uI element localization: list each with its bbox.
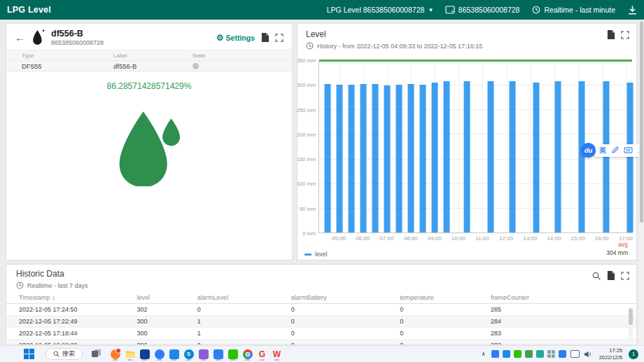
app-purple-shield[interactable] [198, 348, 209, 361]
table-cell: 285 [491, 306, 624, 313]
fullscreen-icon[interactable] [621, 31, 629, 39]
fullscreen-icon[interactable] [275, 34, 284, 42]
table-cell: 300 [136, 318, 197, 325]
tray-grid-app[interactable] [547, 350, 555, 358]
ime-floating-toolbar: du 英 [581, 143, 644, 158]
table-cell: 2022-12-05 17:18:44 [19, 330, 136, 337]
tray-edge[interactable] [503, 350, 510, 358]
taskbar-clock[interactable]: 17:25 2022/12/5 [599, 347, 622, 361]
level-bar [384, 85, 391, 232]
settings-button[interactable]: ⚙ Settings [216, 34, 255, 42]
device-titles: df556-B 865385060008728 [51, 29, 104, 46]
notification-badge[interactable]: 1 [629, 349, 638, 359]
level-card-actions [607, 30, 629, 39]
col-framecounter[interactable]: frameCounter [491, 294, 624, 301]
app-blue-meeting[interactable] [213, 348, 223, 361]
tray-teal-app[interactable] [536, 350, 544, 358]
taskbar-search[interactable]: 搜索 [46, 348, 83, 360]
topbar-right: LPG Level 865385060008728 ▾ 865385060008… [327, 6, 637, 15]
y-tick-label: 150 mm [297, 156, 316, 162]
search-icon [53, 351, 59, 357]
start-button[interactable] [24, 349, 34, 359]
back-button[interactable]: ← [15, 32, 25, 43]
scrollbar-thumb[interactable] [640, 21, 643, 223]
file-explorer[interactable] [125, 348, 135, 361]
tray-wechat[interactable] [514, 350, 522, 358]
level-bar [324, 84, 330, 232]
tray-blue-app[interactable] [559, 350, 566, 358]
level-bar [555, 81, 561, 232]
skype[interactable]: S [183, 348, 194, 361]
device-id-chip[interactable]: 865385060008728 [445, 6, 520, 14]
input-method-indicator[interactable] [570, 350, 580, 358]
col-level[interactable]: level [136, 294, 197, 301]
page-scrollbar[interactable] [639, 20, 644, 345]
export-file-icon[interactable] [607, 30, 615, 39]
max-threshold-line [319, 60, 632, 62]
settings-label: Settings [226, 34, 255, 42]
historic-realtime-label: Realtime - last 7 days [27, 282, 88, 289]
table-cell: 1 [197, 330, 291, 337]
clock-icon [306, 42, 314, 50]
export-file-icon[interactable] [607, 271, 615, 280]
col-temperature[interactable]: temperature [400, 294, 491, 301]
level-bar [444, 81, 450, 232]
search-icon[interactable] [592, 272, 601, 280]
table-cell: 0 [400, 306, 491, 313]
scrollbar-thumb[interactable] [629, 308, 633, 325]
level-bar [349, 85, 355, 232]
wps-office[interactable]: W [272, 348, 282, 361]
y-tick-label: 350 mm [297, 57, 316, 64]
browser-g-icon: G [258, 349, 267, 359]
table-row: 2022-12-05 16:22:22306000282 [6, 340, 636, 345]
tray-green-sync[interactable] [525, 350, 533, 358]
col-alarmlevel[interactable]: alarmLevel [197, 294, 291, 301]
level-bar [396, 85, 402, 232]
chrome[interactable] [242, 348, 253, 361]
clock-time: 17:25 [599, 347, 622, 354]
history-range: History - from 2022-12-05 04:09:33 to 20… [306, 42, 628, 50]
system-tray: ∧ 17:25 2022/12/5 1 [482, 347, 638, 361]
search-label: 搜索 [62, 349, 75, 358]
historic-realtime-range: Realtime - last 7 days [16, 281, 626, 289]
download-icon[interactable] [628, 6, 637, 15]
app-360-browser[interactable] [110, 348, 120, 361]
device-table-row: DF555 df556-B [6, 60, 292, 71]
historic-table-scrollbar[interactable] [629, 308, 633, 342]
ime-language-button[interactable]: 英 [599, 146, 606, 155]
tray-app-blue[interactable] [491, 350, 499, 358]
device-card: ← df556-B 865385060008728 ⚙ Settings [6, 23, 293, 260]
col-timestamp[interactable]: Timestamp↓ [19, 294, 136, 301]
export-file-icon[interactable] [261, 33, 269, 42]
volume-icon[interactable] [584, 351, 592, 358]
table-cell: 2022-12-05 17:24:50 [19, 306, 136, 313]
wechat-icon [228, 349, 238, 359]
level-bar [336, 85, 342, 232]
microsoft-store[interactable] [139, 348, 150, 361]
col-state: State [192, 53, 276, 59]
edge-browser[interactable] [154, 348, 164, 361]
device-selector-dropdown[interactable]: LPG Level 865385060008728 ▾ [327, 6, 433, 14]
skype-icon: S [184, 349, 194, 359]
realtime-mode-selector[interactable]: Realtime - last minute [532, 6, 615, 14]
tray-expand-icon[interactable]: ∧ [482, 351, 486, 357]
avg-block: avg 304 mm [606, 241, 628, 258]
device-table-header: Type Label State [6, 50, 292, 60]
ime-keyboard-icon[interactable] [624, 146, 633, 154]
level-card-header: Level History - from 2022-12-05 04:09:33… [298, 24, 636, 50]
chart-legend[interactable]: level [304, 251, 327, 258]
ime-pen-icon[interactable] [611, 146, 619, 154]
app-blue-z[interactable] [169, 348, 179, 361]
clock-icon [16, 281, 24, 289]
ime-logo-button[interactable]: du [581, 143, 596, 158]
wechat[interactable] [227, 348, 238, 361]
col-alarmbattery[interactable]: alarmBattery [291, 294, 400, 301]
task-view-button[interactable] [92, 349, 102, 359]
microsoft-store-icon [140, 349, 150, 359]
browser-g[interactable]: G [257, 348, 267, 361]
y-tick-label: 0 mm [302, 230, 316, 237]
fullscreen-icon[interactable] [621, 272, 629, 280]
tank-level-graphic [6, 101, 292, 186]
grid-line-v [458, 60, 459, 232]
app-blue-z-icon [169, 349, 179, 359]
